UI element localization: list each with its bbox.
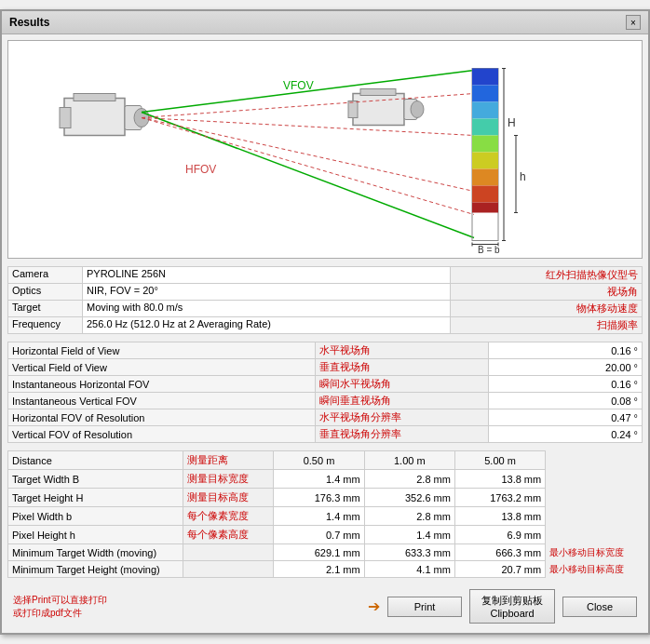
svg-rect-27 <box>472 203 498 213</box>
dist-data-row: Target Width B 测量目标宽度 1.4 mm 2.8 mm 13.8… <box>8 470 643 489</box>
dist-row-label: Minimum Target Width (moving) <box>8 544 183 561</box>
cam-chinese: 红外扫描热像仪型号 <box>450 267 642 284</box>
dist-col3-header: 5.00 m <box>454 451 545 470</box>
distance-table: Distance 测量距离 0.50 m 1.00 m 5.00 m Targe… <box>7 450 643 578</box>
dist-row-note <box>546 489 643 507</box>
svg-rect-19 <box>472 69 498 86</box>
camera-info-row: Frequency 256.0 Hz (512.0 Hz at 2 Averag… <box>8 317 643 334</box>
dist-row-col1: 629.1 mm <box>274 544 364 561</box>
cam-chinese: 视场角 <box>450 284 642 301</box>
cam-chinese: 扫描频率 <box>450 317 642 334</box>
dist-row-col1: 1.4 mm <box>274 507 364 526</box>
svg-line-15 <box>142 118 474 136</box>
fov-row: Vertical Field of View 垂直视场角 20.00 ° <box>8 359 643 376</box>
svg-rect-22 <box>472 119 498 136</box>
svg-text:VFOV: VFOV <box>283 79 314 92</box>
window-title: Results <box>9 16 49 29</box>
dist-row-label: Pixel Height h <box>8 526 183 544</box>
dist-row-label: Minimum Target Height (moving) <box>8 561 183 578</box>
dist-row-col3: 1763.2 mm <box>454 489 545 507</box>
fov-row: Vertical FOV of Resolution 垂直视场角分辨率 0.24… <box>8 426 643 443</box>
dist-header-chinese: 测量距离 <box>183 451 274 470</box>
svg-point-9 <box>411 101 424 118</box>
camera-info-row: Target Moving with 80.0 m/s 物体移动速度 <box>8 301 643 317</box>
fov-label: Horizontal Field of View <box>8 342 316 359</box>
camera-info-row: Optics NIR, FOV = 20° 视场角 <box>8 284 643 301</box>
dist-row-col1: 2.1 mm <box>274 561 364 578</box>
cam-value: Moving with 80.0 m/s <box>83 301 451 317</box>
content-area: VFOV HFOV <box>2 34 648 633</box>
dist-row-col2: 2.8 mm <box>364 470 454 489</box>
dist-data-row: Minimum Target Width (moving) 629.1 mm 6… <box>8 544 643 561</box>
dist-row-col3: 13.8 mm <box>454 470 545 489</box>
cam-label: Camera <box>8 267 83 284</box>
cam-label: Optics <box>8 284 83 301</box>
dist-row-label: Target Width B <box>8 470 183 489</box>
fov-chinese: 水平视场角分辨率 <box>316 409 489 426</box>
clipboard-line2: Clipboard <box>481 608 543 619</box>
fov-value: 0.16 ° <box>488 376 642 393</box>
dist-data-row: Minimum Target Height (moving) 2.1 mm 4.… <box>8 561 643 578</box>
dist-row-note <box>546 470 643 489</box>
fov-chinese: 瞬间水平视场角 <box>316 376 489 393</box>
fov-chinese: 垂直视场角分辨率 <box>316 426 489 443</box>
svg-rect-0 <box>64 99 125 136</box>
fov-label: Horizontal FOV of Resolution <box>8 409 316 426</box>
dist-row-col2: 2.8 mm <box>364 507 454 526</box>
diagram-svg: VFOV HFOV <box>8 41 642 258</box>
fov-label: Vertical Field of View <box>8 359 316 376</box>
close-button[interactable]: × <box>626 15 641 30</box>
dist-row-col3: 6.9 mm <box>454 526 545 544</box>
fov-row: Instantaneous Vertical FOV 瞬间垂直视场角 0.08 … <box>8 393 643 409</box>
dist-row-chinese: 测量目标高度 <box>183 489 274 507</box>
svg-rect-25 <box>472 169 498 186</box>
clipboard-line1: 复制到剪贴板 <box>481 594 543 608</box>
results-window: Results × VFOV <box>0 9 650 635</box>
fov-row: Horizontal FOV of Resolution 水平视场角分辨率 0.… <box>8 409 643 426</box>
diagram-area: VFOV HFOV <box>7 40 643 259</box>
svg-rect-3 <box>74 94 115 101</box>
fov-value: 0.16 ° <box>488 342 642 359</box>
cam-value: 256.0 Hz (512.0 Hz at 2 Averaging Rate) <box>83 317 451 334</box>
print-button[interactable]: Print <box>387 597 462 617</box>
close-dialog-label: Close <box>575 601 625 612</box>
fov-label: Instantaneous Vertical FOV <box>8 393 316 409</box>
bottom-bar: 选择Print可以直接打印 或打印成pdf文件 ➔ Print 复制到剪贴板 C… <box>7 585 643 627</box>
note-line2: 或打印成pdf文件 <box>13 607 360 620</box>
dist-row-col3: 13.8 mm <box>454 507 545 526</box>
dist-row-col1: 176.3 mm <box>274 489 364 507</box>
dist-row-note: 最小移动目标高度 <box>546 561 643 578</box>
svg-rect-20 <box>472 86 498 102</box>
svg-rect-24 <box>472 153 498 169</box>
dist-row-chinese <box>183 561 274 578</box>
fov-table: Horizontal Field of View 水平视场角 0.16 ° Ve… <box>7 342 643 443</box>
fov-value: 0.47 ° <box>488 409 642 426</box>
svg-rect-23 <box>472 136 498 153</box>
dist-row-col1: 0.7 mm <box>274 526 364 544</box>
dist-row-col3: 20.7 mm <box>454 561 545 578</box>
fov-value: 0.08 ° <box>488 393 642 409</box>
fov-label: Instantaneous Horizontal FOV <box>8 376 316 393</box>
fov-value: 20.00 ° <box>488 359 642 376</box>
camera-info-table: Camera PYROLINE 256N 红外扫描热像仪型号 Optics NI… <box>7 266 643 334</box>
dist-row-col3: 666.3 mm <box>454 544 545 561</box>
svg-line-16 <box>142 118 474 192</box>
dist-note-header <box>546 451 643 470</box>
close-dialog-button[interactable]: Close <box>562 597 637 617</box>
dist-row-note: 最小移动目标宽度 <box>546 544 643 561</box>
clipboard-button[interactable]: 复制到剪贴板 Clipboard <box>469 589 555 624</box>
dist-row-col2: 352.6 mm <box>364 489 454 507</box>
dist-row-col2: 1.4 mm <box>364 526 454 544</box>
svg-text:HFOV: HFOV <box>185 163 216 176</box>
cam-label: Frequency <box>8 317 83 334</box>
svg-rect-21 <box>472 102 498 119</box>
dist-row-chinese: 每个像素宽度 <box>183 507 274 526</box>
note-line1: 选择Print可以直接打印 <box>13 594 360 607</box>
dist-row-chinese: 每个像素高度 <box>183 526 274 544</box>
dist-row-col1: 1.4 mm <box>274 470 364 489</box>
svg-rect-8 <box>360 89 396 96</box>
svg-rect-26 <box>472 186 498 203</box>
dist-row-col2: 4.1 mm <box>364 561 454 578</box>
dist-data-row: Pixel Height h 每个像素高度 0.7 mm 1.4 mm 6.9 … <box>8 526 643 544</box>
dist-data-row: Target Height H 测量目标高度 176.3 mm 352.6 mm… <box>8 489 643 507</box>
